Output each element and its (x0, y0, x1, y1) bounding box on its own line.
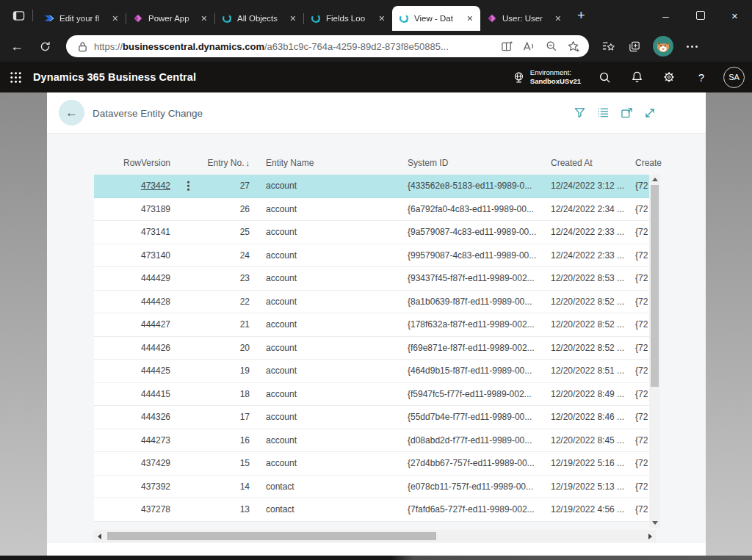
vertical-scrollbar-thumb[interactable] (651, 185, 659, 387)
page-header-actions (574, 92, 656, 133)
cell-rowversion[interactable]: 473140 (94, 250, 170, 261)
column-header-entry-no[interactable]: Entry No.↓ (191, 158, 250, 168)
cell-rowversion[interactable]: 444428 (94, 297, 170, 307)
table-row[interactable]: 44441518account{f5947fc5-f77f-ed11-9989-… (94, 383, 649, 407)
cell-rowversion[interactable]: 444326 (94, 412, 170, 422)
scroll-left-icon[interactable] (98, 534, 101, 539)
minimize-button[interactable]: – (648, 0, 683, 31)
tab-close-icon[interactable]: × (376, 12, 388, 24)
open-in-window-button[interactable] (621, 107, 633, 119)
filter-icon (574, 106, 586, 119)
search-button[interactable] (588, 71, 621, 84)
table-row[interactable]: 43739214contact{e078cb11-757f-ed11-9989-… (94, 476, 649, 499)
cell-rowversion[interactable]: 444429 (94, 273, 170, 283)
horizontal-scrollbar[interactable] (94, 530, 656, 542)
column-header-rowversion[interactable]: RowVersion (94, 158, 170, 168)
cell-created-by: {72 (635, 181, 649, 191)
table-row[interactable]: 44442923account{93437f45-f87f-ed11-9989-… (94, 267, 649, 291)
workspace: ← Dataverse Entity Change (0, 92, 752, 556)
cell-rowversion[interactable]: 437392 (94, 481, 170, 492)
tab-close-icon[interactable]: × (464, 12, 476, 24)
browser-tab[interactable]: Fields Loo× (304, 6, 392, 31)
cell-rowversion[interactable]: 437278 (94, 504, 170, 514)
app-launcher-button[interactable] (10, 71, 22, 84)
gear-icon (662, 70, 676, 84)
settings-button[interactable] (653, 70, 685, 84)
tab-close-icon[interactable]: × (287, 12, 299, 24)
cell-created-at: 12/19/2022 4:56 ... (551, 504, 633, 514)
cell-rowversion[interactable]: 444425 (94, 366, 170, 376)
browser-tab[interactable]: All Objects× (215, 6, 303, 31)
scroll-up-icon[interactable] (652, 178, 658, 181)
column-header-created-at[interactable]: Created At (551, 158, 593, 168)
tab-close-icon[interactable]: × (552, 12, 564, 24)
table-row[interactable]: 44442620account{f69e871e-f87f-ed11-9989-… (94, 337, 649, 360)
table-row[interactable]: 43742915account{27d4bb67-757f-ed11-9989-… (94, 452, 649, 476)
vertical-scrollbar[interactable] (649, 175, 660, 528)
row-context-menu-icon[interactable] (187, 181, 189, 191)
column-header-created-by[interactable]: Create (635, 158, 662, 168)
tab-actions-menu-button[interactable] (9, 6, 28, 25)
maximize-button[interactable] (683, 0, 717, 31)
environment-badge[interactable]: Environment: SandboxUSv21 (513, 68, 581, 87)
tab-actions-icon (12, 10, 25, 21)
table-row[interactable]: 44442721account{178f632a-f87f-ed11-9989-… (94, 313, 649, 337)
cell-created-at: 12/20/2022 8:51 ... (551, 366, 633, 376)
filter-button[interactable] (574, 106, 586, 119)
new-tab-button[interactable]: + (577, 9, 585, 22)
scroll-down-icon[interactable] (652, 521, 658, 525)
collections-button[interactable] (628, 40, 641, 53)
view-options-button[interactable] (597, 107, 610, 118)
tab-close-icon[interactable]: × (109, 12, 121, 24)
add-favorite-button[interactable] (567, 40, 580, 53)
table-row[interactable]: 47314024account{99579087-4c83-ed11-9989-… (94, 244, 649, 268)
page-back-button[interactable]: ← (59, 100, 84, 126)
cell-rowversion[interactable]: 444273 (94, 435, 170, 446)
browser-settings-menu-button[interactable] (687, 46, 698, 48)
help-button[interactable]: ? (685, 71, 717, 84)
cell-rowversion[interactable]: 437429 (94, 458, 170, 468)
notifications-button[interactable] (621, 70, 653, 84)
cell-rowversion[interactable]: 444426 (94, 343, 170, 353)
favorites-button[interactable] (601, 40, 615, 52)
read-aloud-button[interactable] (523, 40, 536, 52)
table-row[interactable]: 44432617account{55dd7b4e-f77f-ed11-9989-… (94, 406, 649, 429)
expand-button[interactable] (644, 107, 656, 119)
tab-close-icon[interactable]: × (198, 12, 210, 24)
cell-rowversion[interactable]: 444415 (94, 389, 170, 399)
zoom-out-button[interactable] (546, 40, 557, 52)
browser-tab[interactable]: Power App× (126, 6, 214, 31)
lock-icon[interactable] (78, 41, 87, 52)
scroll-right-icon[interactable] (648, 534, 652, 539)
horizontal-scrollbar-thumb[interactable] (107, 532, 436, 540)
cell-rowversion[interactable]: 473442 (94, 181, 170, 191)
table-row[interactable]: 47318926account{6a792fa0-4c83-ed11-9989-… (94, 198, 649, 222)
cell-created-by: {72 (635, 204, 649, 214)
browser-tab[interactable]: Edit your fl× (37, 6, 126, 31)
table-row[interactable]: 44427316account{d08abd2d-f77f-ed11-9989-… (94, 429, 649, 453)
browser-profile-avatar[interactable] (653, 36, 673, 57)
column-header-system-id[interactable]: System ID (408, 158, 448, 168)
close-button[interactable]: × (717, 0, 752, 31)
table-row[interactable]: 43727813contact{7fafd6a5-727f-ed11-9989-… (94, 498, 649, 522)
table-row[interactable]: 47314125account{9a579087-4c83-ed11-9989-… (94, 221, 649, 244)
cell-rowversion[interactable]: 473189 (94, 204, 170, 214)
browser-tab[interactable]: User: User× (480, 6, 568, 31)
browser-tab-active[interactable]: View - Dat× (392, 6, 480, 31)
cell-entry-no: 16 (191, 435, 250, 446)
browser-addressbar: ← https://businesscentral.dynamics.com/a… (0, 31, 752, 62)
split-screen-button[interactable] (501, 40, 513, 53)
table-row[interactable]: 44442519account{464d9b15-f87f-ed11-9989-… (94, 360, 649, 383)
back-button[interactable]: ← (6, 39, 28, 54)
table-row-selected[interactable]: 47344227account{433562e8-5183-ed11-9989-… (94, 175, 649, 198)
user-avatar[interactable]: SA (723, 67, 745, 88)
url-text: https://businesscentral.dynamics.com/a63… (94, 41, 449, 52)
refresh-button[interactable] (34, 40, 56, 53)
cell-rowversion[interactable]: 444427 (94, 319, 170, 330)
column-header-entity-name[interactable]: Entity Name (266, 158, 314, 168)
cell-created-at: 12/20/2022 8:46 ... (551, 412, 633, 422)
address-bar[interactable]: https://businesscentral.dynamics.com/a63… (66, 35, 589, 57)
cell-rowversion[interactable]: 473141 (94, 227, 170, 237)
table-row[interactable]: 44442822account{8a1b0639-f87f-ed11-9989-… (94, 291, 649, 314)
cell-created-at: 12/19/2022 5:13 ... (551, 481, 633, 492)
